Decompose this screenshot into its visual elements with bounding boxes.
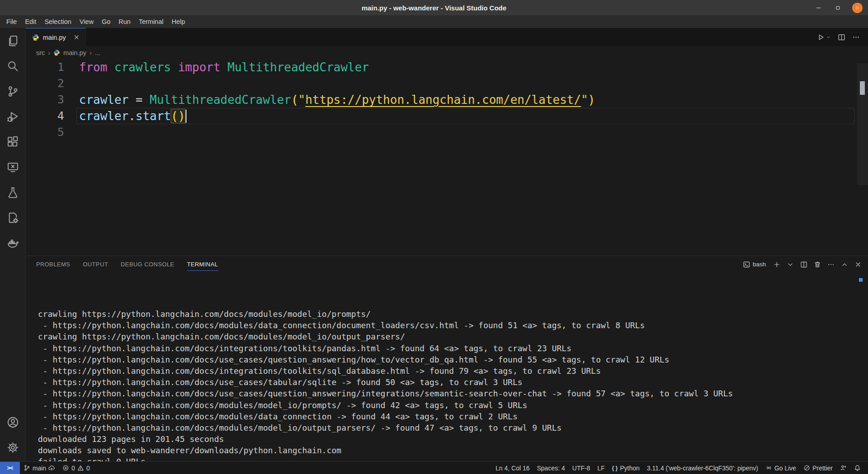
close-panel-button[interactable] [854, 261, 862, 268]
panel-tab-terminal[interactable]: TERMINAL [187, 256, 218, 273]
maximize-button[interactable] [833, 3, 843, 13]
panel-tab-output[interactable]: OUTPUT [83, 256, 108, 273]
code-area[interactable]: 1from crawlers import MultithreadedCrawl… [26, 59, 868, 256]
bell-icon [854, 465, 861, 471]
panel-tab-problems[interactable]: PROBLEMS [36, 256, 70, 273]
search-view-button[interactable] [0, 53, 25, 79]
split-editor-icon [838, 33, 845, 41]
terminal-output[interactable]: crawling https://python.langchain.com/do… [26, 273, 868, 461]
prettier[interactable]: Prettier [800, 462, 836, 474]
source-control-view-button[interactable] [0, 79, 25, 104]
indentation-label: Spaces: 4 [537, 465, 565, 472]
docker-view-button[interactable] [0, 230, 25, 256]
eol[interactable]: LF [594, 462, 608, 474]
remote-indicator[interactable]: >< [0, 462, 20, 474]
menu-terminal[interactable]: Terminal [135, 15, 168, 28]
menu-selection[interactable]: Selection [40, 15, 75, 28]
terminal-line: crawling https://python.langchain.com/do… [38, 331, 868, 342]
more-actions-button[interactable] [827, 261, 835, 268]
minimize-button[interactable] [813, 3, 824, 13]
search-icon [7, 60, 19, 72]
maximize-panel-button[interactable] [841, 261, 848, 268]
workbench: main.py src›main.py›... 1from crawlers i… [26, 28, 868, 461]
warning-count: 0 [86, 465, 90, 472]
terminal-line: - https://python.langchain.com/docs/modu… [38, 411, 868, 422]
settings-button[interactable] [0, 435, 25, 460]
main-area: main.py src›main.py›... 1from crawlers i… [0, 28, 868, 461]
menu-file[interactable]: File [2, 15, 21, 28]
feedback-icon [840, 465, 847, 471]
more-actions-icon [852, 33, 860, 41]
error-count: 0 [71, 465, 75, 472]
trash-icon [814, 261, 821, 268]
tab-main-py[interactable]: main.py [26, 28, 86, 46]
code-line: 4crawler.start() [26, 108, 868, 124]
remote-explorer-icon [7, 161, 19, 173]
vscode-window: main.py - web-wanderer - Visual Studio C… [0, 0, 868, 474]
menu-help[interactable]: Help [168, 15, 189, 28]
terminal-line: - https://python.langchain.com/docs/use_… [38, 388, 868, 399]
extensions-view-button[interactable] [0, 129, 25, 154]
tab-close-icon[interactable] [73, 34, 80, 41]
line-number[interactable]: 4 [26, 108, 64, 124]
python-interpreter[interactable]: 3.11.4 ('web-crawler-6ClqF350': pipenv) [643, 462, 761, 474]
menu-go[interactable]: Go [98, 15, 114, 28]
accounts-button[interactable] [0, 409, 25, 435]
launch-profile-button[interactable] [787, 261, 794, 268]
indentation[interactable]: Spaces: 4 [533, 462, 569, 474]
branch-name: main [33, 465, 46, 472]
warning-icon [77, 465, 84, 471]
branch-status[interactable]: main [20, 462, 59, 474]
breadcrumb-item[interactable]: ... [95, 49, 100, 56]
panel-actions: bash [743, 261, 862, 268]
terminal-line: downloaded 123 pages in 201.45 seconds [38, 433, 868, 445]
testing-icon [7, 186, 19, 199]
line-number[interactable]: 3 [26, 92, 64, 108]
run-button[interactable] [817, 33, 831, 41]
menu-view[interactable]: View [75, 15, 98, 28]
terminal-shell-selector[interactable]: bash [743, 261, 766, 268]
testing-view-button[interactable] [0, 180, 25, 205]
kill-terminal-button[interactable] [814, 261, 821, 268]
run-and-debug-icon [7, 111, 19, 123]
tab-bar: main.py [26, 28, 868, 46]
split-editor-button[interactable] [838, 33, 845, 41]
remote-explorer-view-button[interactable] [0, 154, 25, 180]
explorer-view-button[interactable] [0, 28, 25, 53]
maximize-icon [835, 5, 841, 11]
breadcrumb-item[interactable]: src [36, 49, 45, 56]
status-right: Ln 4, Col 16Spaces: 4UTF-8LF{ }Python3.1… [492, 462, 868, 474]
menu-edit[interactable]: Edit [21, 15, 40, 28]
prettier-label: Prettier [812, 465, 833, 472]
activity-bar [0, 28, 26, 461]
line-number[interactable]: 1 [26, 59, 64, 75]
line-number[interactable]: 2 [26, 75, 64, 92]
tasks-view-button[interactable] [0, 205, 25, 230]
terminal-line: - https://python.langchain.com/docs/use_… [38, 354, 868, 365]
terminal-line: - https://python.langchain.com/docs/inte… [38, 365, 868, 376]
new-terminal-button[interactable] [773, 261, 780, 268]
encoding[interactable]: UTF-8 [569, 462, 594, 474]
close-button[interactable] [852, 3, 863, 13]
bottom-panel: PROBLEMSOUTPUTDEBUG CONSOLETERMINAL bash… [26, 256, 868, 461]
feedback[interactable] [836, 462, 850, 474]
line-number[interactable]: 5 [26, 124, 64, 140]
language-mode[interactable]: { }Python [608, 462, 643, 474]
tab-label: main.py [43, 34, 66, 41]
terminal-line: failed to crawl 0 URLs [38, 456, 868, 461]
problems-status[interactable]: 00 [59, 462, 93, 474]
notifications[interactable] [850, 462, 864, 474]
panel-tab-debug-console[interactable]: DEBUG CONSOLE [121, 256, 174, 273]
tasks-icon [7, 212, 19, 224]
cursor-position[interactable]: Ln 4, Col 16 [492, 462, 533, 474]
menu-run[interactable]: Run [115, 15, 135, 28]
breadcrumb-item[interactable]: main.py [63, 49, 86, 56]
more-actions-button[interactable] [852, 33, 860, 41]
close-icon [855, 5, 860, 10]
run-and-debug-view-button[interactable] [0, 104, 25, 129]
explorer-icon [7, 35, 19, 47]
split-terminal-button[interactable] [800, 261, 807, 268]
settings-icon [7, 441, 19, 454]
go-live[interactable]: Go Live [762, 462, 800, 474]
chevron-up-icon [841, 261, 848, 268]
